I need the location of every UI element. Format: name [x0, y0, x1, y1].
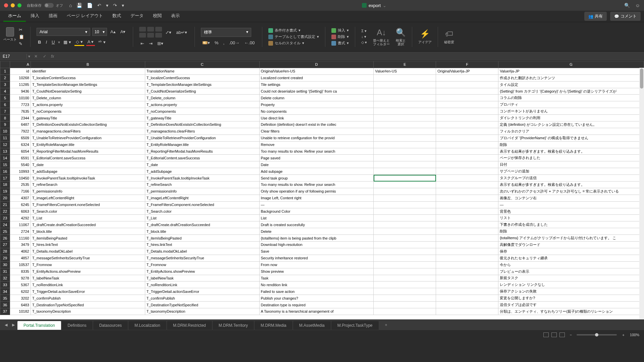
cell[interactable]: 8335 — [10, 268, 31, 275]
row-header-17[interactable]: 17 — [0, 175, 10, 182]
cell[interactable] — [436, 302, 498, 308]
cell[interactable]: コラムの削除 — [498, 95, 644, 101]
cell[interactable]: — — [259, 201, 374, 208]
cell[interactable]: 復元されたセキュリティ継承 — [498, 255, 644, 261]
cell[interactable]: Remove — [259, 141, 374, 148]
cell[interactable] — [436, 128, 498, 135]
cell[interactable] — [436, 235, 498, 242]
cell[interactable]: 2344 — [10, 115, 31, 121]
sheet-tab-1[interactable]: Definitions — [62, 321, 93, 330]
sort-filter-button[interactable]: A↓並べ替えと フィルター — [373, 28, 390, 46]
cell[interactable]: 分類は、エンティティ、すなわちツリー(親子)の種類のリレーション — [498, 308, 644, 315]
row-header-6[interactable]: 6 — [0, 101, 10, 108]
normal-view-icon[interactable] — [543, 332, 549, 337]
cell[interactable]: 下書きの作成を成功しました — [498, 221, 644, 228]
cell[interactable]: T_addSubpage — [145, 168, 259, 175]
zoom-level[interactable]: 100% — [630, 333, 639, 337]
cell[interactable]: Only show operation if any of following … — [259, 188, 374, 195]
cell[interactable]: Localized content created — [259, 74, 374, 81]
cell[interactable]: 11285 — [10, 81, 31, 88]
cell[interactable]: 表示する結果が多すぎます。検索を絞り込みます。 — [498, 182, 644, 188]
row-header-29[interactable]: 29 — [0, 255, 10, 261]
cell[interactable]: T_block.title — [145, 228, 259, 235]
cell[interactable]: Delete — [259, 228, 374, 235]
cell[interactable] — [436, 215, 498, 221]
cell[interactable]: T_noComponents — [31, 108, 145, 115]
merge-button[interactable]: ⊞▾ — [156, 40, 165, 47]
menu-tab-4[interactable]: 数式 — [108, 11, 126, 22]
cell[interactable] — [374, 248, 436, 255]
cell[interactable]: T_localizeContentSuccess — [145, 74, 259, 81]
row-header-16[interactable]: 16 — [0, 168, 10, 175]
cell[interactable]: 9278 — [10, 275, 31, 281]
bold-button[interactable]: B — [37, 39, 42, 45]
cell[interactable] — [374, 302, 436, 308]
cell[interactable]: 6054 — [10, 148, 31, 155]
cell[interactable]: T_Fromnow — [31, 261, 145, 268]
cell[interactable]: T_permissionsInfo — [145, 188, 259, 195]
window-minimize[interactable] — [11, 3, 15, 7]
cell[interactable] — [374, 228, 436, 235]
header-cell[interactable]: OriginalValue#en-US — [259, 68, 374, 74]
cell[interactable]: プレビューの表示 — [498, 268, 644, 275]
cell[interactable] — [436, 182, 498, 188]
cell[interactable]: T_itemIsBeingPasted — [31, 235, 145, 242]
row-header-31[interactable]: 31 — [0, 268, 10, 275]
row-header-33[interactable]: 33 — [0, 281, 10, 288]
cell[interactable] — [374, 182, 436, 188]
cell[interactable]: T_messageSetInheritsSecurityTrue — [145, 255, 259, 261]
cell[interactable]: 作成された翻訳されたコンテンツ — [498, 74, 644, 81]
cell[interactable]: T_imageLeftContentRight — [31, 195, 145, 201]
cell[interactable] — [436, 135, 498, 141]
cell[interactable] — [374, 115, 436, 121]
cell[interactable]: T_UnableToRetrieveProviderConfiguration — [145, 135, 259, 141]
cell[interactable]: 6509 — [10, 135, 31, 141]
row-header-27[interactable]: 27 — [0, 242, 10, 248]
cell[interactable]: T_CouldNotDeserializeSetting — [145, 88, 259, 95]
row-header-19[interactable]: 19 — [0, 188, 10, 195]
cell[interactable] — [436, 168, 498, 175]
cell[interactable]: 7635 — [10, 108, 31, 115]
cell[interactable]: T_messageSetInheritsSecurityTrue — [31, 255, 145, 261]
cell[interactable]: プロバイダ '{ProviderName}' の構成を取得できません — [498, 135, 644, 141]
cell[interactable] — [436, 188, 498, 195]
cell[interactable]: タスクグループの送信 — [498, 175, 644, 182]
row-header-3[interactable]: 3 — [0, 81, 10, 88]
autosave-toggle[interactable] — [44, 3, 54, 8]
cell[interactable]: T_actions.property — [31, 101, 145, 108]
cell[interactable] — [374, 242, 436, 248]
header-cell[interactable]: TranslationName — [145, 68, 259, 74]
cell[interactable]: 2535 — [10, 182, 31, 188]
format-painter-icon[interactable]: ✎ — [19, 41, 24, 46]
cell[interactable]: コンポーネントがありません — [498, 108, 644, 115]
col-header-E[interactable]: E — [374, 61, 436, 68]
cell[interactable] — [436, 161, 498, 168]
cell[interactable] — [374, 201, 436, 208]
cell[interactable] — [436, 121, 498, 128]
sheet-tab-4[interactable]: M.DRM.Restricted — [167, 321, 212, 330]
cell[interactable] — [436, 248, 498, 255]
zoom-slider[interactable] — [577, 334, 617, 335]
cell[interactable] — [436, 195, 498, 201]
redo-icon[interactable]: ↷ — [113, 3, 117, 8]
cell[interactable]: Date — [259, 161, 374, 168]
col-header-A[interactable]: A — [10, 61, 31, 68]
cell[interactable]: T_EntityActions.showPreview — [145, 268, 259, 275]
decrease-indent-button[interactable]: ⇤ — [139, 40, 146, 47]
header-cell[interactable]: OriginalValue#ja-JP — [436, 68, 498, 74]
cell[interactable]: 削除 — [498, 228, 644, 235]
cell[interactable] — [436, 261, 498, 268]
cell[interactable]: {Setting}' from カテゴリ '{Category}' から'{Se… — [498, 88, 644, 95]
cell[interactable]: T_InvokeParentTask.tooltipInvokeTask — [31, 175, 145, 182]
cell[interactable]: T_InvokeParentTask.tooltipInvokeTask — [145, 175, 259, 182]
cell[interactable]: T_Details.modalOkLabel — [31, 248, 145, 255]
row-header-24[interactable]: 24 — [0, 221, 10, 228]
row-header-10[interactable]: 10 — [0, 128, 10, 135]
name-box[interactable]: E17 — [0, 54, 27, 59]
cell[interactable]: Failed to save action — [259, 288, 374, 295]
row-header-30[interactable]: 30 — [0, 261, 10, 268]
comma-button[interactable]: , — [222, 40, 226, 46]
cell[interactable]: T_DefinitionDoesNotExistsInCollectionSet… — [31, 121, 145, 128]
cell[interactable]: {totalItems} item is being pasted from t… — [259, 235, 374, 242]
sheet-nav-prev[interactable]: ◀ — [3, 323, 9, 327]
